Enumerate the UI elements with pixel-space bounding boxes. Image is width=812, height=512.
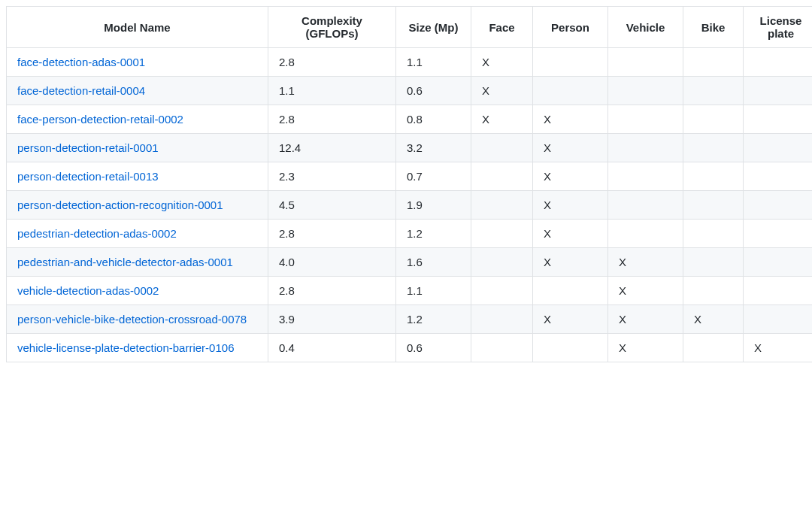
models-table: Model Name Complexity (GFLOPs) Size (Mp)… [6, 6, 812, 362]
cell-gflops: 2.8 [268, 220, 396, 248]
header-face: Face [471, 7, 533, 48]
cell-size: 0.8 [396, 105, 471, 134]
model-link[interactable]: vehicle-license-plate-detection-barrier-… [17, 341, 234, 354]
cell-person: X [533, 191, 608, 220]
model-link[interactable]: face-detection-adas-0001 [17, 56, 145, 68]
cell-person [533, 277, 608, 305]
cell-size: 0.6 [396, 77, 471, 105]
cell-vehicle: X [608, 277, 683, 305]
table-row: person-detection-retail-000112.43.2X [7, 134, 813, 162]
cell-model-name: pedestrian-and-vehicle-detector-adas-000… [7, 248, 268, 277]
header-model-name: Model Name [7, 7, 268, 48]
cell-license [744, 277, 813, 305]
table-row: person-vehicle-bike-detection-crossroad-… [7, 305, 813, 334]
cell-gflops: 2.3 [268, 162, 396, 191]
cell-face: X [471, 105, 533, 134]
cell-gflops: 1.1 [268, 77, 396, 105]
cell-vehicle [608, 220, 683, 248]
cell-model-name: vehicle-detection-adas-0002 [7, 277, 268, 305]
model-link[interactable]: person-vehicle-bike-detection-crossroad-… [17, 313, 247, 326]
header-size: Size (Mp) [396, 7, 471, 48]
cell-size: 1.9 [396, 191, 471, 220]
cell-license: X [744, 334, 813, 362]
model-link[interactable]: person-detection-action-recognition-0001 [17, 198, 223, 211]
cell-model-name: person-vehicle-bike-detection-crossroad-… [7, 305, 268, 334]
model-link[interactable]: person-detection-retail-0013 [17, 170, 159, 183]
cell-license [744, 248, 813, 277]
cell-gflops: 3.9 [268, 305, 396, 334]
cell-size: 1.2 [396, 305, 471, 334]
cell-gflops: 4.5 [268, 191, 396, 220]
table-header-row: Model Name Complexity (GFLOPs) Size (Mp)… [7, 7, 813, 48]
cell-bike [683, 105, 744, 134]
cell-model-name: face-detection-retail-0004 [7, 77, 268, 105]
cell-model-name: person-detection-retail-0013 [7, 162, 268, 191]
cell-gflops: 12.4 [268, 134, 396, 162]
header-complexity: Complexity (GFLOPs) [268, 7, 396, 48]
cell-person [533, 77, 608, 105]
model-link[interactable]: vehicle-detection-adas-0002 [17, 284, 159, 297]
model-link[interactable]: pedestrian-and-vehicle-detector-adas-000… [17, 256, 233, 268]
cell-person: X [533, 134, 608, 162]
cell-vehicle: X [608, 305, 683, 334]
cell-person: X [533, 248, 608, 277]
header-person: Person [533, 7, 608, 48]
header-license-plate: License plate [744, 7, 813, 48]
cell-vehicle [608, 134, 683, 162]
header-bike: Bike [683, 7, 744, 48]
cell-license [744, 191, 813, 220]
model-link[interactable]: face-person-detection-retail-0002 [17, 113, 183, 126]
cell-model-name: pedestrian-detection-adas-0002 [7, 220, 268, 248]
cell-person [533, 334, 608, 362]
cell-face [471, 162, 533, 191]
cell-gflops: 2.8 [268, 105, 396, 134]
cell-face: X [471, 48, 533, 77]
table-row: face-detection-adas-00012.81.1X [7, 48, 813, 77]
cell-vehicle: X [608, 334, 683, 362]
cell-bike [683, 162, 744, 191]
cell-face: X [471, 77, 533, 105]
cell-license [744, 77, 813, 105]
cell-license [744, 220, 813, 248]
cell-vehicle: X [608, 248, 683, 277]
cell-bike: X [683, 305, 744, 334]
cell-face [471, 220, 533, 248]
model-link[interactable]: face-detection-retail-0004 [17, 84, 145, 97]
header-vehicle: Vehicle [608, 7, 683, 48]
cell-size: 0.7 [396, 162, 471, 191]
cell-license [744, 105, 813, 134]
cell-gflops: 4.0 [268, 248, 396, 277]
cell-size: 1.2 [396, 220, 471, 248]
model-link[interactable]: pedestrian-detection-adas-0002 [17, 227, 177, 240]
cell-bike [683, 220, 744, 248]
table-row: person-detection-action-recognition-0001… [7, 191, 813, 220]
cell-person: X [533, 162, 608, 191]
cell-size: 1.6 [396, 248, 471, 277]
cell-model-name: face-person-detection-retail-0002 [7, 105, 268, 134]
cell-bike [683, 134, 744, 162]
cell-face [471, 134, 533, 162]
cell-face [471, 248, 533, 277]
model-link[interactable]: person-detection-retail-0001 [17, 141, 159, 154]
cell-face [471, 334, 533, 362]
cell-gflops: 2.8 [268, 277, 396, 305]
cell-bike [683, 191, 744, 220]
cell-size: 3.2 [396, 134, 471, 162]
cell-model-name: person-detection-retail-0001 [7, 134, 268, 162]
cell-license [744, 48, 813, 77]
table-row: face-detection-retail-00041.10.6X [7, 77, 813, 105]
cell-vehicle [608, 77, 683, 105]
table-row: pedestrian-detection-adas-00022.81.2X [7, 220, 813, 248]
table-row: vehicle-license-plate-detection-barrier-… [7, 334, 813, 362]
cell-model-name: vehicle-license-plate-detection-barrier-… [7, 334, 268, 362]
cell-model-name: face-detection-adas-0001 [7, 48, 268, 77]
cell-gflops: 0.4 [268, 334, 396, 362]
cell-bike [683, 277, 744, 305]
cell-person: X [533, 105, 608, 134]
cell-person: X [533, 305, 608, 334]
cell-bike [683, 77, 744, 105]
cell-model-name: person-detection-action-recognition-0001 [7, 191, 268, 220]
cell-vehicle [608, 48, 683, 77]
cell-license [744, 305, 813, 334]
cell-license [744, 134, 813, 162]
